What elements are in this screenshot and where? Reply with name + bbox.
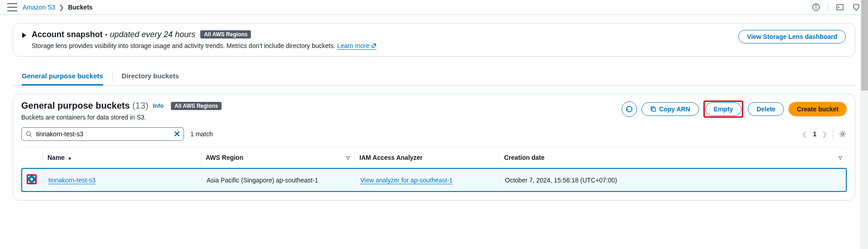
scroll-thumb[interactable] (861, 0, 868, 91)
snapshot-heading: Account snapshot - updated every 24 hour… (32, 30, 377, 39)
row-region-cell: Asia Pacific (Singapore) ap-southeast-1 (202, 174, 356, 187)
col-date-label: Creation date (504, 154, 544, 161)
svg-rect-3 (837, 5, 843, 10)
expand-caret-icon[interactable] (22, 33, 26, 38)
pagination: ❮ 1 ❯ (802, 129, 847, 139)
separator (833, 129, 833, 139)
copy-icon (650, 106, 656, 112)
row-select-cell (22, 172, 44, 188)
row-date-cell: October 7, 2024, 15:56:18 (UTC+07:00) (500, 174, 846, 187)
separator (828, 3, 828, 12)
learn-more-link[interactable]: Learn more (337, 42, 377, 50)
settings-shield-icon[interactable] (852, 3, 861, 12)
regions-badge: All AWS Regions (200, 30, 251, 38)
filter-icon[interactable]: ▽ (839, 155, 842, 160)
bucket-type-tabs: General purpose buckets Directory bucket… (13, 67, 855, 86)
copy-arn-label: Copy ARN (659, 105, 690, 113)
svg-point-8 (842, 133, 844, 135)
page-number: 1 (813, 130, 816, 138)
snapshot-title-prefix: Account snapshot - (32, 30, 110, 39)
breadcrumb-root-link[interactable]: Amazon S3 (23, 4, 55, 11)
tab-directory[interactable]: Directory buckets (122, 67, 179, 85)
breadcrumb: Amazon S3 ❯ Buckets (23, 4, 93, 11)
chevron-right-icon: ❯ (59, 4, 64, 11)
regions-badge: All AWS Regions (171, 102, 222, 110)
col-name-label: Name (47, 154, 65, 161)
search-row: ✕ 1 match ❮ 1 ❯ (21, 127, 847, 141)
section-title-wrap: General purpose buckets (13) Info All AW… (21, 101, 222, 111)
section-header: General purpose buckets (13) Info All AW… (21, 101, 847, 121)
col-iam-label: IAM Access Analyzer (359, 154, 423, 161)
section-title: General purpose buckets (13) (21, 101, 148, 111)
next-page-icon[interactable]: ❯ (822, 130, 827, 138)
buckets-table: Name ▲ AWS Region ▽ IAM Access Analyzer … (21, 147, 847, 192)
top-bar: Amazon S3 ❯ Buckets (0, 0, 868, 15)
match-count: 1 match (190, 130, 213, 138)
table-row[interactable]: tinnakorn-test-s3 Asia Pacific (Singapor… (21, 168, 847, 192)
section-count: (13) (132, 101, 149, 110)
search-box: ✕ (21, 127, 184, 141)
snapshot-description: Storage lens provides visibility into st… (32, 42, 377, 50)
col-region-label: AWS Region (206, 154, 243, 161)
create-bucket-button[interactable]: Create bucket (788, 102, 847, 116)
clear-search-icon[interactable]: ✕ (174, 129, 180, 139)
col-name[interactable]: Name ▲ (43, 151, 201, 164)
top-bar-left: Amazon S3 ❯ Buckets (7, 3, 93, 11)
iam-analyzer-link[interactable]: View analyzer for ap-southeast-1 (360, 177, 453, 184)
menu-icon[interactable] (7, 3, 17, 11)
snapshot-title-suffix: updated every 24 hours (110, 30, 195, 39)
svg-line-7 (30, 135, 32, 137)
delete-button[interactable]: Delete (748, 102, 784, 116)
account-snapshot-panel: Account snapshot - updated every 24 hour… (13, 23, 855, 57)
svg-rect-5 (652, 108, 656, 111)
bucket-name-link[interactable]: tinnakorn-test-s3 (48, 177, 95, 184)
col-date[interactable]: Creation date ▽ (500, 151, 847, 164)
top-bar-icons (811, 3, 861, 12)
section-actions: Copy ARN Empty Delete Create bucket (622, 101, 847, 118)
col-select (21, 151, 43, 164)
svg-point-2 (816, 5, 816, 6)
info-link[interactable]: Info (153, 102, 164, 109)
tab-separator (112, 71, 113, 81)
info-circle-icon[interactable] (811, 3, 821, 12)
row-iam-cell: View analyzer for ap-southeast-1 (356, 174, 500, 187)
search-input[interactable] (21, 127, 184, 141)
buckets-section: General purpose buckets (13) Info All AW… (13, 94, 855, 201)
empty-button[interactable]: Empty (705, 102, 742, 116)
svg-point-6 (27, 132, 31, 136)
prev-page-icon[interactable]: ❮ (802, 130, 807, 138)
empty-button-highlight: Empty (703, 101, 744, 118)
table-settings-icon[interactable] (839, 130, 847, 138)
section-description: Buckets are containers for data stored i… (21, 114, 222, 121)
external-link-icon (371, 43, 377, 48)
search-left: ✕ 1 match (21, 127, 213, 141)
snapshot-desc-text: Storage lens provides visibility into st… (32, 42, 337, 49)
svg-marker-4 (854, 4, 859, 10)
snapshot-left: Account snapshot - updated every 24 hour… (22, 30, 377, 50)
tab-general-purpose[interactable]: General purpose buckets (22, 67, 103, 86)
row-name-cell: tinnakorn-test-s3 (44, 174, 202, 187)
copy-arn-button[interactable]: Copy ARN (642, 102, 699, 116)
row-radio[interactable] (28, 176, 35, 183)
col-region[interactable]: AWS Region ▽ (201, 151, 355, 164)
col-iam[interactable]: IAM Access Analyzer (355, 151, 500, 164)
table-header: Name ▲ AWS Region ▽ IAM Access Analyzer … (21, 147, 847, 168)
row-radio-highlight (27, 174, 37, 184)
section-title-text: General purpose buckets (21, 101, 130, 110)
refresh-button[interactable] (622, 101, 637, 117)
vertical-scrollbar[interactable] (861, 0, 868, 209)
filter-icon[interactable]: ▽ (346, 155, 350, 160)
learn-more-label: Learn more (337, 42, 370, 49)
search-icon (26, 131, 32, 137)
view-storage-lens-button[interactable]: View Storage Lens dashboard (738, 30, 846, 43)
cloudshell-icon[interactable] (835, 3, 844, 12)
sort-asc-icon: ▲ (67, 155, 72, 160)
breadcrumb-current: Buckets (68, 4, 92, 11)
